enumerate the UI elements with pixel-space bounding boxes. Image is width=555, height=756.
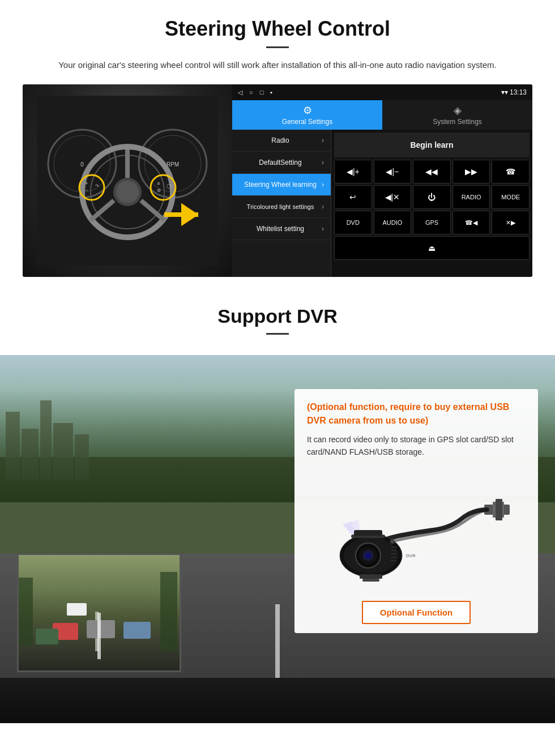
dvr-inset-view bbox=[17, 553, 181, 672]
tab-general[interactable]: ⚙ General Settings bbox=[232, 100, 382, 130]
svg-text:+: + bbox=[85, 181, 88, 186]
dvr-info-text: It can record video only to storage in G… bbox=[307, 433, 526, 459]
recents-icon[interactable]: □ bbox=[260, 89, 264, 96]
dvr-background: (Optional function, require to buy exter… bbox=[0, 355, 555, 723]
steering-wheel-image: 0 RPM bbox=[23, 84, 232, 277]
dvr-section: Support DVR bbox=[0, 288, 555, 723]
time-display: 13:13 bbox=[510, 88, 527, 96]
control-buttons-row4: ⏏ bbox=[334, 236, 530, 260]
control-buttons-row1: ◀|+ ◀|− ◀◀ ▶▶ ☎ bbox=[334, 160, 530, 183]
statusbar: ◁ ○ □ ▪ ▾▾ 13:13 bbox=[232, 84, 532, 100]
btn-next[interactable]: ▶▶ bbox=[452, 160, 490, 183]
dvr-camera-svg: DVR bbox=[309, 473, 524, 587]
svg-point-10 bbox=[116, 181, 139, 203]
svg-rect-43 bbox=[360, 574, 382, 579]
menu-item-steering[interactable]: Steering Wheel learning › bbox=[232, 174, 331, 196]
android-demo: 0 RPM bbox=[23, 84, 532, 277]
control-buttons-row2: ↩ ◀|✕ ⏻ RADIO MODE bbox=[334, 185, 530, 209]
steering-section: Steering Wheel Control Your original car… bbox=[0, 0, 555, 288]
dvr-title: Support DVR bbox=[23, 305, 532, 327]
arrow-icon: › bbox=[322, 225, 324, 233]
svg-rect-28 bbox=[36, 629, 58, 644]
svg-rect-29 bbox=[67, 603, 87, 616]
svg-point-40 bbox=[365, 553, 371, 558]
android-ui: ◁ ○ □ ▪ ▾▾ 13:13 ⚙ General Settings ◈ bbox=[232, 84, 532, 277]
system-icon: ◈ bbox=[454, 104, 462, 117]
svg-text:◯: ◯ bbox=[166, 183, 172, 189]
status-time: ▾▾ 13:13 bbox=[501, 88, 527, 96]
dvr-divider bbox=[266, 333, 289, 335]
svg-rect-42 bbox=[354, 530, 382, 536]
menu-item-default[interactable]: DefaultSetting › bbox=[232, 152, 331, 174]
dvr-camera-illustration: DVR bbox=[307, 468, 526, 592]
svg-text:≡: ≡ bbox=[157, 181, 160, 186]
btn-prev[interactable]: ◀◀ bbox=[413, 160, 451, 183]
btn-radio[interactable]: RADIO bbox=[452, 185, 490, 209]
menu-icon[interactable]: ▪ bbox=[270, 89, 272, 96]
btn-phone[interactable]: ☎ bbox=[492, 160, 530, 183]
svg-rect-34 bbox=[496, 499, 502, 520]
btn-vol-up[interactable]: ◀|+ bbox=[334, 160, 372, 183]
steering-description: Your original car's steering wheel contr… bbox=[45, 58, 510, 72]
arrow-icon: › bbox=[322, 136, 324, 144]
svg-rect-26 bbox=[87, 620, 115, 638]
btn-dvd[interactable]: DVD bbox=[334, 211, 372, 234]
arrow-icon: › bbox=[322, 159, 324, 166]
svg-rect-30 bbox=[19, 578, 33, 646]
btn-phone-next[interactable]: ✕▶ bbox=[492, 211, 530, 234]
svg-text:↷: ↷ bbox=[95, 183, 99, 189]
btn-mute[interactable]: ◀|✕ bbox=[374, 185, 412, 209]
arrow-icon: › bbox=[322, 203, 324, 211]
divider bbox=[266, 46, 289, 48]
optional-function-button[interactable]: Optional Function bbox=[362, 601, 471, 624]
begin-learn-row: Begin learn bbox=[334, 133, 530, 157]
settings-tabs: ⚙ General Settings ◈ System Settings bbox=[232, 100, 532, 130]
svg-text:⚙: ⚙ bbox=[157, 188, 161, 193]
begin-learn-button[interactable]: Begin learn bbox=[410, 140, 453, 150]
settings-menu: Radio › DefaultSetting › Steering Wheel … bbox=[232, 130, 331, 277]
home-icon[interactable]: ○ bbox=[249, 89, 253, 96]
svg-text:DVR: DVR bbox=[406, 553, 416, 558]
svg-text:0: 0 bbox=[80, 161, 84, 168]
menu-item-radio[interactable]: Radio › bbox=[232, 130, 331, 152]
svg-rect-31 bbox=[160, 572, 177, 651]
svg-text:−: − bbox=[85, 187, 88, 193]
btn-gps[interactable]: GPS bbox=[413, 211, 451, 234]
signal-icon: ▾▾ bbox=[501, 88, 508, 96]
back-icon[interactable]: ◁ bbox=[238, 89, 242, 96]
tab-general-label: General Settings bbox=[282, 118, 332, 126]
gear-icon: ⚙ bbox=[303, 104, 312, 117]
btn-eject[interactable]: ⏏ bbox=[334, 236, 530, 260]
dvr-header: Support DVR bbox=[0, 288, 555, 355]
steering-control-panel: Begin learn ◀|+ ◀|− ◀◀ ▶▶ ☎ ↩ ◀|✕ ⏻ RADI… bbox=[331, 130, 532, 277]
btn-back[interactable]: ↩ bbox=[334, 185, 372, 209]
btn-audio[interactable]: AUDIO bbox=[374, 211, 412, 234]
dvr-dashboard bbox=[0, 678, 555, 723]
btn-mode[interactable]: MODE bbox=[492, 185, 530, 209]
svg-point-50 bbox=[390, 539, 395, 544]
dvr-info-box: (Optional function, require to buy exter… bbox=[294, 389, 538, 633]
arrow-icon: › bbox=[322, 181, 324, 189]
settings-content: Radio › DefaultSetting › Steering Wheel … bbox=[232, 130, 532, 277]
control-buttons-row3: DVD AUDIO GPS ☎◀ ✕▶ bbox=[334, 211, 530, 234]
btn-power[interactable]: ⏻ bbox=[413, 185, 451, 209]
steering-title: Steering Wheel Control bbox=[23, 17, 532, 41]
menu-item-tricoloured[interactable]: Tricoloured light settings › bbox=[232, 196, 331, 218]
btn-phone-prev[interactable]: ☎◀ bbox=[452, 211, 490, 234]
svg-rect-27 bbox=[123, 622, 151, 639]
tab-system[interactable]: ◈ System Settings bbox=[382, 100, 532, 130]
dvr-info-title: (Optional function, require to buy exter… bbox=[307, 400, 526, 428]
menu-item-whitelist[interactable]: Whitelist setting › bbox=[232, 218, 331, 240]
dvr-inset-road bbox=[19, 555, 180, 670]
btn-vol-down[interactable]: ◀|− bbox=[374, 160, 412, 183]
tab-system-label: System Settings bbox=[433, 118, 482, 126]
svg-rect-44 bbox=[362, 579, 379, 582]
